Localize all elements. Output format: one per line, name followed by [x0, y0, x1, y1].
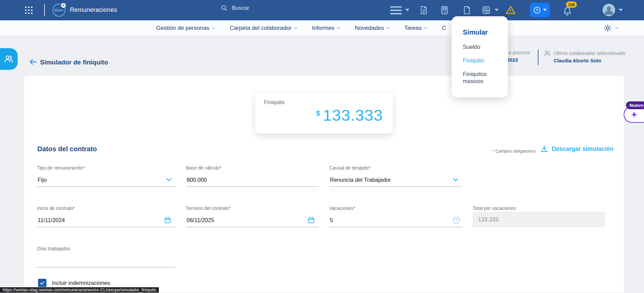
chevron-down-icon[interactable]	[165, 176, 173, 183]
menu-lines-icon[interactable]	[390, 6, 402, 15]
document-icon[interactable]	[419, 6, 428, 15]
field-value: 133.333	[478, 216, 498, 223]
help-icon: ?	[533, 6, 541, 14]
chevron-down-icon	[386, 27, 390, 30]
field-value: 06/11/2025	[187, 217, 214, 223]
field-label: Tipo de remuneración*	[37, 165, 175, 171]
process-year-fragment: 2023	[507, 57, 518, 63]
blank-file-icon[interactable]	[462, 6, 471, 15]
gear-icon	[603, 24, 612, 33]
nav-item-informes[interactable]: Informes	[312, 25, 340, 32]
download-simulation-button[interactable]: Descargar simulación	[540, 145, 613, 153]
nuevo-badge: Nuevo	[626, 101, 644, 109]
calendar-icon[interactable]	[307, 216, 315, 224]
search-icon	[221, 4, 228, 12]
menu-item-sueldo[interactable]: Sueldo	[463, 43, 502, 51]
help-button[interactable]: ?	[530, 3, 550, 17]
sparkle-icon	[630, 111, 638, 119]
people-icon	[4, 54, 14, 64]
rex-logo[interactable]: Rex+ R	[53, 4, 65, 17]
field-label: Base de cálculo*	[186, 165, 319, 171]
menu-item-finiquito[interactable]: Finiquito	[463, 57, 502, 64]
collaborators-tab[interactable]	[0, 48, 18, 70]
warning-icon[interactable]	[506, 5, 516, 15]
menu-caret-icon[interactable]	[405, 9, 410, 12]
field-label: Vacaciones*	[329, 206, 462, 211]
top-navbar: Rex+ R Remuneraciones Buscar ?	[0, 0, 644, 20]
avatar-person-icon	[603, 4, 615, 16]
field-dias-trabajados[interactable]: Días trabajados	[37, 246, 175, 268]
incluir-indemnizaciones-checkbox[interactable]: Incluir indemnizaciones	[38, 279, 110, 287]
summary-amount: $ 133.333	[255, 107, 393, 123]
required-fields-note: * Campos obligatorios	[492, 149, 535, 154]
calendar-icon[interactable]	[164, 216, 171, 224]
back-arrow-icon[interactable]	[29, 57, 38, 66]
bell-icon[interactable]	[563, 6, 572, 16]
search-input[interactable]: Buscar	[221, 4, 249, 12]
navbar-divider	[44, 4, 45, 16]
field-tipo-remuneracion[interactable]: Tipo de remuneración* Fijo	[37, 165, 175, 188]
process-month-fragment: e proceso	[509, 50, 530, 55]
app-title: Remuneraciones	[70, 6, 117, 14]
last-collaborator-label: Último colaborador seleccionado	[554, 51, 625, 56]
menu-item-finiquitos-masivos[interactable]: Finiquitos masivos	[463, 71, 502, 85]
search-placeholder: Buscar	[232, 5, 249, 11]
page-title: Simulador de finiquito	[40, 59, 108, 66]
notifications-badge: 248	[566, 1, 577, 8]
finiquito-summary-card: Finiquito $ 133.333	[255, 92, 393, 134]
check-icon	[39, 280, 45, 286]
simulators-caret-icon[interactable]	[494, 9, 499, 12]
status-url-tooltip: https://ventas-stag.rexmas.com/remunerac…	[0, 287, 159, 293]
field-label: Días trabajados	[37, 246, 175, 251]
simular-dropdown-menu: Simular Sueldo Finiquito Finiquitos masi…	[452, 16, 508, 97]
section-title: Datos del contrato	[37, 145, 97, 153]
currency-symbol: $	[316, 109, 320, 117]
field-value: 11/11/2024	[38, 217, 65, 223]
disabled-input: 133.333	[473, 212, 605, 227]
settings-menu[interactable]	[603, 24, 619, 33]
amount-value: 133.333	[323, 107, 383, 123]
svg-text:?: ?	[536, 8, 538, 12]
field-value: Fijo	[38, 177, 47, 183]
help-circle-icon[interactable]: ?	[453, 216, 461, 224]
field-label: Termino del contrato*	[186, 206, 319, 211]
chevron-down-icon	[294, 27, 298, 30]
avatar[interactable]	[603, 4, 615, 16]
summary-label: Finiquito	[264, 99, 284, 105]
chevron-down-icon	[615, 27, 619, 30]
header-divider	[538, 50, 538, 65]
field-value: Renuncia del Trabajador	[330, 177, 391, 183]
calculator-icon[interactable]	[440, 6, 449, 15]
chevron-down-icon	[424, 27, 428, 30]
avatar-caret-icon[interactable]	[619, 9, 623, 12]
field-label: Inicio de contrato*	[37, 206, 175, 211]
field-label: Causal de despido*	[329, 165, 462, 171]
svg-text:?: ?	[455, 218, 458, 223]
last-collaborator-name: Claudia Aburto Soto	[554, 58, 601, 63]
field-base-calculo[interactable]: Base de cálculo* 800.000	[186, 165, 319, 188]
nav-item-tareas[interactable]: Tareas	[404, 25, 428, 32]
simulators-grid-icon[interactable]	[482, 6, 491, 15]
field-termino-contrato[interactable]: Termino del contrato* 06/11/2025	[186, 206, 319, 228]
chevron-down-icon	[212, 27, 215, 30]
field-total-vacaciones: Total por vacaciones 133.333	[473, 206, 605, 228]
nav-item-truncated[interactable]: C	[442, 25, 446, 32]
field-vacaciones[interactable]: Vacaciones* 5 ?	[329, 206, 462, 228]
rex-logo-text: Rex+	[55, 8, 63, 12]
people-icon	[544, 50, 551, 57]
secondary-nav: Gestión de personas Carpeta del colabora…	[0, 20, 644, 36]
nav-item-carpeta-del-colaborador[interactable]: Carpeta del colaborador	[230, 25, 298, 32]
nav-item-gestion-de-personas[interactable]: Gestión de personas	[156, 25, 215, 32]
apps-grid-icon[interactable]	[24, 6, 33, 15]
checkbox-checked[interactable]	[38, 279, 46, 287]
field-inicio-contrato[interactable]: Inicio de contrato* 11/11/2024	[37, 206, 175, 228]
field-value: 5	[330, 217, 333, 223]
chevron-down-icon[interactable]	[452, 176, 459, 183]
chevron-down-icon	[337, 27, 340, 30]
download-icon	[540, 145, 548, 153]
nav-item-novedades[interactable]: Novedades	[355, 25, 390, 32]
help-caret-icon	[543, 9, 547, 11]
dropdown-header: Simular	[463, 28, 508, 36]
field-causal-despido[interactable]: Causal de despido* Renuncia del Trabajad…	[329, 165, 462, 188]
checkbox-label: Incluir indemnizaciones	[52, 280, 110, 286]
